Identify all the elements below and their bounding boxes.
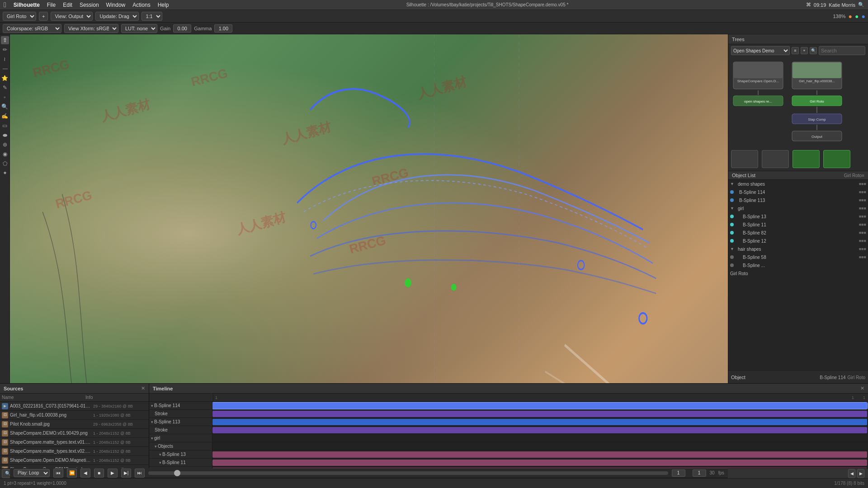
ratio-select[interactable]: 1:1 (142, 12, 162, 21)
layer-add-btn[interactable]: + (39, 12, 48, 21)
color-picker-icon2[interactable]: ● (855, 13, 859, 20)
obj-girl-roto[interactable]: Girl Roto (728, 269, 868, 277)
update-mode-select[interactable]: Update: Drag (95, 12, 139, 21)
menu-help[interactable]: Help (158, 2, 169, 8)
obj-bspline-more[interactable]: B-Spline ... (728, 261, 868, 269)
track-label-bspline114[interactable]: ▾ B-Spline 114 (149, 402, 212, 409)
src-item-5[interactable]: 🖼 ShapeCompare.matte_types.text.v02.9039… (0, 447, 149, 456)
go-end-btn[interactable]: ⏭ (135, 469, 145, 478)
obj-item-label-2: B-Spline 113 (739, 198, 765, 203)
tracker-tool[interactable]: ⊛ (1, 141, 9, 149)
bezier-tool[interactable]: ≀ (1, 55, 9, 63)
zoom-tool[interactable]: 🔍 (1, 103, 9, 111)
svg-text:Girl_hair_flip.v00038...: Girl_hair_flip.v00038... (799, 79, 835, 83)
src-item-2[interactable]: 🖼 Pilot Knob.small.jpg 29 - 6963x2358 @ … (0, 420, 149, 429)
mini-node-4[interactable] (823, 150, 850, 168)
timeline-scroll-right[interactable]: ▶ (857, 469, 864, 478)
mini-node-2[interactable] (762, 150, 789, 168)
view-mode-select[interactable]: View: Output (51, 12, 93, 21)
colorspace-select[interactable]: Colorspace: sRGB (3, 24, 61, 33)
obj-bspline-114[interactable]: B-Spline 114 ■■■ (728, 188, 868, 196)
eraser-tool[interactable]: ▫ (1, 93, 9, 101)
mini-node-3[interactable] (793, 150, 820, 168)
track-label-stroke2[interactable]: Stroke (149, 426, 212, 434)
obj-bspline-13[interactable]: B-Spline 13 ■■■ (728, 212, 868, 221)
play-btn[interactable]: ▶ (108, 469, 118, 478)
obj-dot-grey (730, 255, 734, 259)
src-icon-img-6: 🖼 (2, 457, 8, 464)
bspline-tool[interactable]: ⸻ (1, 65, 9, 73)
src-item-1[interactable]: 🖼 Girl_hair_flip.v01.00038.png 1 - 1920x… (0, 411, 149, 420)
obj-bspline-113[interactable]: B-Spline 113 ■■■ (728, 196, 868, 204)
next-frame-btn[interactable]: ▶| (121, 469, 131, 478)
frame-start-input[interactable] (672, 469, 685, 477)
current-frame-input[interactable] (693, 469, 706, 477)
track-bar-bs13[interactable] (212, 451, 867, 458)
lut-select[interactable]: LUT: none (121, 24, 157, 33)
trees-btn-2[interactable]: + (801, 47, 808, 54)
obj-bspline-58[interactable]: B-Spline 58 ■■■ (728, 253, 868, 261)
xform-tool[interactable]: ⬠ (1, 160, 9, 168)
roto-tool[interactable]: ◉ (1, 150, 9, 158)
view-xform-select[interactable]: View Xform: sRGB (64, 24, 118, 33)
rect-tool[interactable]: ▭ (1, 122, 9, 130)
hand-tool[interactable]: ✍ (1, 112, 9, 120)
go-start-btn[interactable]: ⏮ (53, 469, 63, 478)
obj-bspline-11[interactable]: B-Spline 11 ■■■ (728, 221, 868, 229)
magnet-tool[interactable]: ⭐ (1, 74, 9, 82)
src-item-0[interactable]: ▶ A003_02221816_C073.[01579641-0157970..… (0, 402, 149, 411)
step-back-btn[interactable]: ⏪ (67, 469, 77, 478)
track-bar-stroke1[interactable] (212, 411, 867, 417)
menu-file[interactable]: File (47, 2, 56, 8)
menu-session[interactable]: Session (80, 2, 99, 8)
gamma-input[interactable] (214, 24, 232, 33)
arrow-tool[interactable]: ⇧ (1, 36, 9, 44)
roto-layer-select[interactable]: Girl Roto (3, 12, 36, 21)
timeline-close-btn[interactable]: ✕ (860, 385, 864, 391)
trees-demo-select[interactable]: Open Shapes Demo (731, 46, 790, 55)
obj-bspline-12[interactable]: B-Spline 12 ■■■ (728, 237, 868, 245)
src-item-6[interactable]: 🖼 ShapeCompare.Open.DEMO.Magnetic.v01.j.… (0, 456, 149, 465)
menu-window[interactable]: Window (106, 2, 126, 8)
object-list-menu-btn[interactable]: ≡ (862, 173, 864, 178)
menu-edit[interactable]: Edit (63, 2, 72, 8)
timeline-scroll-left[interactable]: ◀ (848, 469, 855, 478)
src-item-3[interactable]: 🖼 ShapeCompare.DEMO.v01.90429.png 1 - 20… (0, 429, 149, 438)
track-label-objects[interactable]: ▾ Objects (149, 442, 212, 450)
src-item-7[interactable]: 🖼 ShapeCompare.Open.DEMO.varied.v04.90..… (0, 465, 149, 468)
obj-bspline-82[interactable]: B-Spline 82 ■■■ (728, 229, 868, 237)
paint-tool[interactable]: ✎ (1, 84, 9, 92)
obj-group-hair-shapes[interactable]: ▼ hair shapes ■■■ (728, 245, 868, 253)
track-label-stroke1[interactable]: Stroke (149, 410, 212, 418)
track-label-bs11[interactable]: ▾ B-Spline 11 (149, 459, 212, 466)
feather-tool[interactable]: ✦ (1, 169, 9, 177)
obj-group-demo-shapes[interactable]: ▼ demo shapes ■■■ (728, 180, 868, 188)
prev-frame-btn[interactable]: ◀ (80, 469, 90, 478)
track-label-bs13[interactable]: ▾ B-Spline 13 (149, 450, 212, 458)
trees-search[interactable] (819, 46, 865, 55)
search-icon[interactable]: 🔍 (858, 2, 864, 8)
trees-btn-3[interactable]: 🔍 (810, 47, 817, 54)
trees-btn-1[interactable]: ≡ (792, 47, 799, 54)
stop-btn[interactable]: ■ (94, 469, 104, 478)
gain-input[interactable] (173, 24, 191, 33)
pen-tool[interactable]: ✏ (1, 46, 9, 54)
track-bar-bspline114[interactable] (212, 403, 867, 409)
track-label-bspline113[interactable]: ▾ B-Spline 113 (149, 418, 212, 426)
color-picker-icon3[interactable]: ● (862, 13, 865, 20)
track-bar-stroke2[interactable] (212, 427, 867, 433)
play-mode-select[interactable]: Play: Loop (14, 469, 50, 477)
scrubber-bar[interactable] (148, 471, 668, 475)
ellipse-tool[interactable]: ⬬ (1, 131, 9, 139)
color-picker-icon[interactable]: ● (849, 13, 852, 20)
scrubber-head[interactable] (174, 470, 180, 476)
track-bar-bs11[interactable] (212, 460, 867, 466)
menu-actions[interactable]: Actions (132, 2, 150, 8)
sources-close-btn[interactable]: ✕ (141, 385, 145, 391)
obj-group-girl[interactable]: ▼ girl ■■■ (728, 204, 868, 212)
track-bar-bspline113[interactable] (212, 419, 867, 425)
mini-node-1[interactable] (731, 150, 758, 168)
app-name[interactable]: Silhouette (14, 2, 40, 8)
track-label-girl[interactable]: ▾ girl (149, 434, 212, 442)
src-item-4[interactable]: 🖼 ShapeCompare.matte_types.text.v01.9039… (0, 438, 149, 447)
